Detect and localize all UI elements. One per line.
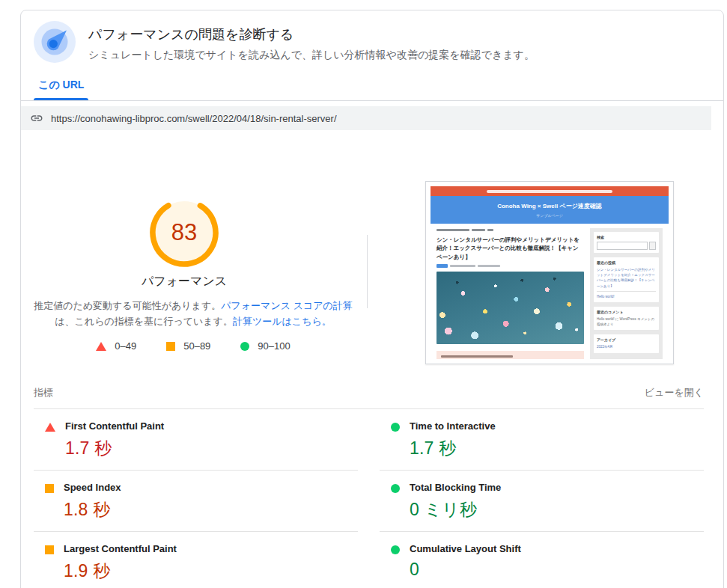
vertical-divider bbox=[367, 235, 368, 308]
legend-average-range: 50–89 bbox=[183, 340, 210, 352]
link-icon bbox=[30, 111, 43, 125]
metric-value: 1.7 秒 bbox=[65, 437, 164, 460]
metric-value: 0 bbox=[410, 560, 521, 580]
metric-total-blocking-time: Total Blocking Time 0 ミリ秒 bbox=[380, 471, 704, 532]
thumbnail-content: Conoha Wing × Swell ページ速度確認 サンプルページ シン・レ… bbox=[431, 186, 669, 359]
thumb-notice-text-placeholder bbox=[487, 190, 612, 193]
pass-circle-icon bbox=[391, 423, 400, 432]
thumb-search-label: 検索 bbox=[597, 235, 656, 239]
thumb-article-meta bbox=[436, 264, 584, 268]
thumb-search-widget: 検索 bbox=[594, 232, 659, 253]
thumb-search-input bbox=[597, 242, 648, 250]
pass-circle-icon bbox=[391, 484, 400, 493]
thumb-archive-widget: アーカイブ 2022年4月 bbox=[594, 334, 659, 352]
report-card: パフォーマンスの問題を診断する シミュレートした環境でサイトを読み込んで、詳しい… bbox=[20, 10, 724, 588]
tab-this-url[interactable]: この URL bbox=[34, 75, 88, 100]
thumb-body: シン・レンタルサーバーの評判やメリットデメリットを紹介！エックスサーバーとの比較… bbox=[431, 224, 669, 359]
legend-fail: 0–49 bbox=[96, 340, 136, 352]
metric-value: 1.7 秒 bbox=[410, 437, 496, 460]
metrics-heading: 指標 bbox=[34, 386, 53, 399]
metric-name: Total Blocking Time bbox=[410, 482, 501, 493]
thumb-recent-posts-label: 最近の投稿 bbox=[597, 260, 656, 265]
thumb-nav-label: サンプルページ bbox=[536, 213, 563, 218]
score-disclaimer: 推定値のため変動する可能性があります。パフォーマンス スコアの計算は、これらの指… bbox=[31, 298, 355, 329]
metrics-left-column: First Contentful Paint 1.7 秒 Speed Index… bbox=[34, 409, 358, 588]
disclaimer-text-2: は、これらの指標を基に行っています。 bbox=[55, 316, 233, 327]
thumb-site-title: Conoha Wing × Swell ページ速度確認 bbox=[497, 202, 602, 210]
score-section: 83 パフォーマンス 推定値のため変動する可能性があります。パフォーマンス スコ… bbox=[21, 130, 723, 367]
metric-name: Time to Interactive bbox=[410, 420, 496, 432]
performance-score-label: パフォーマンス bbox=[72, 274, 296, 290]
legend-pass: 90–100 bbox=[240, 340, 290, 352]
fail-triangle-icon bbox=[96, 342, 106, 351]
thumb-article-title: シン・レンタルサーバーの評判やメリットデメリットを紹介！エックスサーバーとの比較… bbox=[436, 236, 584, 261]
thumb-notice-bar bbox=[431, 186, 669, 196]
thumb-breadcrumb-placeholder bbox=[436, 229, 584, 231]
thumb-recent-post-2: Hello world! bbox=[597, 294, 656, 299]
performance-score-value: 83 bbox=[148, 197, 220, 269]
thumb-site-header: Conoha Wing × Swell ページ速度確認 サンプルページ bbox=[431, 196, 669, 224]
metric-name: First Contentful Paint bbox=[65, 420, 164, 432]
metric-first-contentful-paint: First Contentful Paint 1.7 秒 bbox=[34, 409, 358, 471]
average-square-icon bbox=[45, 484, 54, 493]
thumb-recent-comments-widget: 最近のコメント Hello world! に WordPress コメントの投稿… bbox=[594, 307, 659, 330]
legend-pass-range: 90–100 bbox=[258, 340, 290, 352]
page-screenshot-thumbnail[interactable]: Conoha Wing × Swell ページ速度確認 サンプルページ シン・レ… bbox=[425, 181, 674, 364]
thumb-recent-comments-label: 最近のコメント bbox=[597, 310, 656, 314]
expand-view-toggle[interactable]: ビューを開く bbox=[645, 386, 704, 399]
metric-name: Cumulative Layout Shift bbox=[410, 543, 521, 554]
metric-speed-index: Speed Index 1.8 秒 bbox=[34, 471, 358, 532]
thumb-category-chip bbox=[436, 264, 448, 268]
pagespeed-compass-icon bbox=[34, 21, 76, 66]
metrics-section: 指標 ビューを開く First Contentful Paint 1.7 秒 S… bbox=[21, 367, 723, 588]
thumb-archive-label: アーカイブ bbox=[597, 337, 656, 342]
thumb-hero-image bbox=[436, 272, 584, 344]
fail-triangle-icon bbox=[45, 423, 55, 432]
metric-value: 1.9 秒 bbox=[64, 560, 177, 583]
average-square-icon bbox=[45, 545, 54, 554]
legend-fail-range: 0–49 bbox=[115, 340, 136, 352]
pass-circle-icon bbox=[391, 545, 400, 554]
metric-value: 1.8 秒 bbox=[64, 498, 121, 521]
page-subtitle: シミュレートした環境でサイトを読み込んで、詳しい分析情報や改善の提案を確認できま… bbox=[88, 49, 535, 62]
tab-bar: この URL bbox=[21, 75, 723, 101]
thumb-recent-post-1: シン・レンタルサーバーの評判やメリットデメリットを紹介！エックスサーバーとの比較… bbox=[597, 267, 656, 289]
average-square-icon bbox=[166, 342, 175, 351]
metric-name: Speed Index bbox=[64, 482, 121, 493]
header: パフォーマンスの問題を診断する シミュレートした環境でサイトを読み込んで、詳しい… bbox=[21, 10, 723, 75]
legend-average: 50–89 bbox=[166, 340, 210, 352]
score-calc-link[interactable]: パフォーマンス スコアの計算 bbox=[221, 300, 353, 311]
metric-name: Largest Contentful Paint bbox=[64, 543, 177, 554]
metric-cumulative-layout-shift: Cumulative Layout Shift 0 bbox=[380, 532, 704, 588]
thumb-archive-item: 2022年4月 bbox=[597, 344, 656, 349]
thumb-main-column: シン・レンタルサーバーの評判やメリットデメリットを紹介！エックスサーバーとの比較… bbox=[436, 228, 584, 359]
metric-largest-contentful-paint: Largest Contentful Paint 1.9 秒 bbox=[34, 532, 358, 588]
thumb-search-button bbox=[649, 242, 656, 250]
score-legend: 0–49 50–89 90–100 bbox=[31, 340, 355, 352]
metric-time-to-interactive: Time to Interactive 1.7 秒 bbox=[380, 409, 704, 471]
analyzed-url: https://conohawing-libproc.com/swell/202… bbox=[51, 113, 337, 124]
url-bar: https://conohawing-libproc.com/swell/202… bbox=[21, 106, 711, 130]
metrics-right-column: Time to Interactive 1.7 秒 Total Blocking… bbox=[380, 409, 704, 588]
page-title: パフォーマンスの問題を診断する bbox=[88, 25, 535, 43]
thumb-recent-posts-widget: 最近の投稿 シン・レンタルサーバーの評判やメリットデメリットを紹介！エックスサー… bbox=[594, 257, 659, 302]
thumb-notice-line-placeholder bbox=[441, 355, 513, 358]
calculator-link[interactable]: 計算ツールはこちら。 bbox=[233, 316, 332, 327]
disclaimer-text-1: 推定値のため変動する可能性があります。 bbox=[34, 300, 221, 311]
thumb-sidebar: 検索 最近の投稿 シン・レンタルサーバーの評判やメリットデメリットを紹介！エック… bbox=[590, 228, 663, 359]
performance-score-gauge: 83 bbox=[148, 197, 220, 269]
thumb-notice-box bbox=[436, 351, 584, 359]
metric-value: 0 ミリ秒 bbox=[410, 498, 501, 521]
pass-circle-icon bbox=[240, 342, 249, 351]
thumb-recent-comment: Hello world! に WordPress コメントの投稿者より bbox=[597, 316, 656, 327]
